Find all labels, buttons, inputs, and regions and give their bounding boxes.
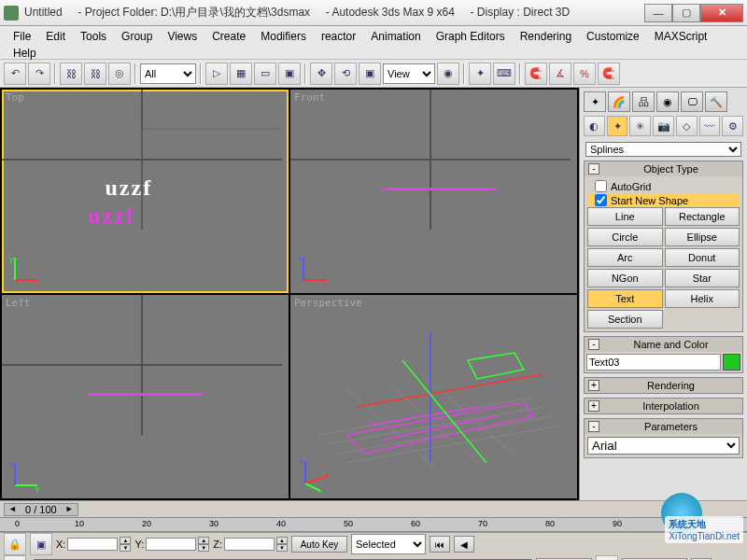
rollout-header[interactable]: - Parameters: [585, 419, 742, 434]
systems-icon[interactable]: ⚙: [722, 116, 743, 136]
circle-button[interactable]: Circle: [587, 228, 663, 246]
select-button[interactable]: ▷: [205, 63, 228, 85]
ellipse-button[interactable]: Ellipse: [665, 228, 740, 246]
manip-button[interactable]: ✦: [469, 63, 491, 85]
rotate-button[interactable]: ⟲: [334, 63, 357, 85]
time-slider[interactable]: 0 / 100: [4, 503, 78, 516]
autogrid-checkbox[interactable]: AutoGrid: [587, 179, 740, 193]
window-crossing-button[interactable]: ▣: [278, 63, 301, 85]
bind-button[interactable]: ◎: [108, 63, 131, 85]
script-listener-icon[interactable]: ▤: [4, 555, 26, 560]
keymode-dropdown[interactable]: Selected: [351, 534, 426, 554]
menu-edit[interactable]: Edit: [38, 28, 73, 45]
collapse-icon[interactable]: -: [588, 163, 599, 175]
ref-coord-dropdown[interactable]: View: [383, 63, 435, 84]
angle-snap-button[interactable]: ∡: [549, 63, 571, 85]
menu-maxscript[interactable]: MAXScript: [647, 28, 715, 45]
menu-views[interactable]: Views: [160, 28, 204, 45]
menu-help[interactable]: Help: [6, 45, 44, 62]
z-spinner[interactable]: ▲▼: [276, 537, 288, 552]
menu-tools[interactable]: Tools: [73, 28, 114, 45]
x-spinner[interactable]: ▲▼: [120, 537, 131, 552]
utilities-tab[interactable]: 🔨: [705, 91, 727, 112]
donut-button[interactable]: Donut: [665, 248, 740, 267]
menu-reactor[interactable]: reactor: [314, 28, 363, 45]
ngon-button[interactable]: NGon: [587, 269, 663, 287]
menu-group[interactable]: Group: [114, 28, 160, 45]
motion-tab[interactable]: ◉: [656, 91, 679, 112]
menu-grapheditors[interactable]: Graph Editors: [429, 28, 513, 45]
geometry-icon[interactable]: ◐: [584, 116, 605, 136]
expand-icon[interactable]: +: [588, 380, 599, 391]
undo-button[interactable]: ↶: [4, 63, 26, 85]
color-swatch[interactable]: [723, 354, 740, 371]
keymode-button[interactable]: ⌨: [493, 63, 515, 85]
startnew-check[interactable]: [595, 194, 607, 206]
expand-icon[interactable]: +: [588, 400, 599, 412]
helix-button[interactable]: Helix: [665, 289, 740, 308]
viewport-front[interactable]: Front x z: [290, 90, 577, 293]
lock-icon[interactable]: 🔒: [4, 533, 26, 555]
keyfilter-icon[interactable]: 〽: [596, 555, 618, 560]
modify-tab[interactable]: 🌈: [608, 91, 630, 112]
line-button[interactable]: Line: [587, 207, 663, 226]
time-ruler[interactable]: 0 10 20 30 40 50 60 70 80 90 100: [0, 517, 747, 532]
unlink-button[interactable]: ⛓: [84, 63, 106, 85]
percent-snap-button[interactable]: %: [573, 63, 596, 85]
star-button[interactable]: Star: [665, 269, 740, 287]
isolate-icon[interactable]: ▣: [30, 533, 52, 555]
lights-icon[interactable]: ✳: [629, 116, 651, 136]
scale-button[interactable]: ▣: [359, 63, 381, 85]
autogrid-check[interactable]: [595, 180, 607, 192]
shapes-icon[interactable]: ✦: [607, 116, 628, 136]
link-button[interactable]: ⛓: [60, 63, 82, 85]
move-button[interactable]: ✥: [310, 63, 332, 85]
create-tab[interactable]: ✦: [584, 91, 606, 112]
y-input[interactable]: [146, 538, 196, 551]
helpers-icon[interactable]: ◇: [676, 116, 698, 136]
section-button[interactable]: Section: [587, 310, 663, 329]
font-dropdown[interactable]: Arial: [587, 437, 740, 455]
viewport-perspective[interactable]: Perspective: [290, 295, 577, 498]
cameras-icon[interactable]: 📷: [653, 116, 674, 136]
select-region-button[interactable]: ▭: [254, 63, 276, 85]
menu-create[interactable]: Create: [204, 28, 253, 45]
maximize-button[interactable]: ▢: [672, 4, 700, 22]
spacewarps-icon[interactable]: 〰: [699, 116, 721, 136]
select-name-button[interactable]: ▦: [230, 63, 252, 85]
pivot-button[interactable]: ◉: [437, 63, 459, 85]
y-spinner[interactable]: ▲▼: [198, 537, 209, 552]
rollout-header[interactable]: + Rendering: [585, 378, 742, 393]
text-button[interactable]: Text: [587, 289, 663, 308]
viewport-left[interactable]: Left y z: [2, 295, 289, 498]
collapse-icon[interactable]: -: [588, 421, 599, 432]
menu-modifiers[interactable]: Modifiers: [253, 28, 314, 45]
rollout-header[interactable]: + Interpolation: [585, 399, 742, 413]
display-tab[interactable]: 🖵: [681, 91, 703, 112]
goto-start-button[interactable]: ⏮: [430, 536, 450, 553]
menu-animation[interactable]: Animation: [363, 28, 428, 45]
viewport-top[interactable]: Top uzzf uzzf x y: [2, 90, 289, 293]
object-name-input[interactable]: [586, 354, 721, 371]
named-selection-dropdown[interactable]: All: [140, 63, 196, 84]
autokey-button[interactable]: Auto Key: [291, 536, 347, 553]
rollout-header[interactable]: - Object Type: [585, 161, 742, 176]
z-input[interactable]: [224, 538, 275, 551]
collapse-icon[interactable]: -: [588, 339, 599, 350]
menu-file[interactable]: File: [6, 28, 38, 45]
category-select[interactable]: Splines: [585, 142, 741, 157]
snap-button[interactable]: 🧲: [525, 63, 547, 85]
spinner-snap-button[interactable]: 🧲: [598, 63, 620, 85]
x-input[interactable]: [67, 538, 118, 551]
close-button[interactable]: ✕: [700, 4, 743, 22]
prev-frame-button[interactable]: ◀: [454, 536, 474, 553]
rectangle-button[interactable]: Rectangle: [665, 207, 740, 226]
rollout-header[interactable]: - Name and Color: [585, 337, 742, 352]
menu-customize[interactable]: Customize: [579, 28, 647, 45]
hierarchy-tab[interactable]: 品: [632, 91, 655, 112]
start-new-shape-checkbox[interactable]: Start New Shape: [587, 193, 740, 207]
arc-button[interactable]: Arc: [587, 248, 663, 267]
minimize-button[interactable]: —: [644, 4, 672, 22]
menu-rendering[interactable]: Rendering: [513, 28, 579, 45]
shape-category-dropdown[interactable]: Splines: [585, 142, 741, 157]
